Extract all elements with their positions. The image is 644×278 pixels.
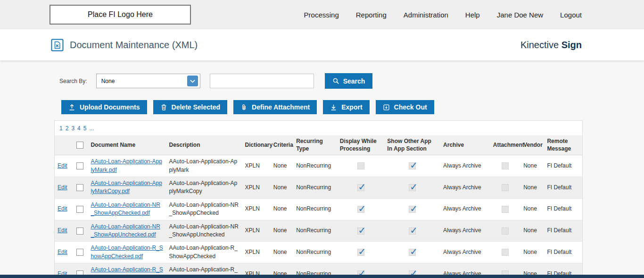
vendor-cell: None <box>520 177 544 198</box>
description-cell: AAuto-Loan-Application-NR_ShowAppChecked <box>166 198 242 220</box>
brand-secondary: Sign <box>561 40 582 50</box>
edit-link[interactable]: Edit <box>58 184 67 191</box>
show-other-app-checkbox[interactable] <box>409 184 416 191</box>
row-select-checkbox[interactable] <box>76 206 83 213</box>
row-select-checkbox[interactable] <box>76 162 83 169</box>
footer-bar <box>0 275 644 278</box>
fi-logo-text: Place FI Logo Here <box>88 10 153 19</box>
edit-link[interactable]: Edit <box>58 227 67 234</box>
document-name-link[interactable]: AAuto-Loan-Application-NR_ShowAppUncheck… <box>91 223 160 238</box>
page-link-3[interactable]: 3 <box>71 125 74 132</box>
delete-selected-button[interactable]: Delete Selected <box>153 100 228 114</box>
display-while-processing-checkbox[interactable] <box>357 227 364 235</box>
attachment-checkbox[interactable] <box>502 249 509 256</box>
vendor-cell: None <box>520 220 544 242</box>
button-label: Upload Documents <box>80 103 140 111</box>
recurring-type-cell: NonRecurring <box>293 242 337 263</box>
nav-administration[interactable]: Administration <box>404 11 448 19</box>
page-link-2[interactable]: 2 <box>66 125 69 132</box>
column-header-recurring-type: Recurring Type <box>293 135 337 155</box>
display-while-processing-checkbox[interactable] <box>357 162 364 169</box>
dictionary-cell: XPLN <box>242 155 270 177</box>
nav-processing[interactable]: Processing <box>304 11 339 19</box>
upload-documents-button[interactable]: Upload Documents <box>61 100 147 114</box>
document-table-body: Edit AAuto-Loan-Application-ApplyMark.pd… <box>55 155 582 278</box>
edit-link[interactable]: Edit <box>58 205 67 212</box>
show-other-app-checkbox[interactable] <box>409 227 416 235</box>
button-label: Check Out <box>394 103 427 111</box>
column-header-dictionary: Dictionary <box>242 135 270 155</box>
description-cell: AAuto-Loan-Application-NR_ShowAppUncheck… <box>166 220 242 242</box>
attachment-checkbox[interactable] <box>502 227 509 235</box>
document-name-link[interactable]: AAuto-Loan-Application-R_ShowAppChecked.… <box>91 244 163 259</box>
dictionary-cell: XPLN <box>242 198 270 220</box>
row-select-checkbox[interactable] <box>76 249 83 256</box>
document-name-link[interactable]: AAuto-Loan-Application-ApplyMarkCopy.pdf <box>91 180 162 194</box>
column-header-attachment: Attachment <box>490 135 520 155</box>
row-select-checkbox[interactable] <box>76 184 83 191</box>
dictionary-cell: XPLN <box>242 220 270 242</box>
nav-help[interactable]: Help <box>465 11 480 19</box>
archive-cell: Always Archive <box>440 242 490 263</box>
edit-link[interactable]: Edit <box>58 162 67 169</box>
display-while-processing-checkbox[interactable] <box>357 184 364 191</box>
chevron-down-icon <box>187 76 198 86</box>
document-table: Document Name Description Dictionary Cri… <box>55 135 582 278</box>
show-other-app-checkbox[interactable] <box>409 162 416 169</box>
page-link-1[interactable]: 1 <box>59 125 63 132</box>
search-input[interactable] <box>210 74 314 88</box>
column-header-show-other-app: Show Other App In App Section <box>384 135 440 155</box>
search-button[interactable]: Search <box>325 73 373 89</box>
attachment-checkbox[interactable] <box>502 162 509 169</box>
define-attachment-button[interactable]: Define Attachment <box>233 100 317 114</box>
top-nav: ProcessingReportingAdministrationHelpJan… <box>304 11 582 19</box>
brand-primary: Kinective <box>520 40 559 50</box>
dictionary-cell: XPLN <box>242 242 270 263</box>
edit-link[interactable]: Edit <box>58 249 67 255</box>
criteria-cell: None <box>271 242 293 263</box>
dropdown-selected-value: None <box>101 78 115 84</box>
search-by-dropdown[interactable]: None <box>96 74 200 88</box>
show-other-app-checkbox[interactable] <box>409 206 416 213</box>
remote-message-cell: FI Default <box>544 177 582 198</box>
document-name-link[interactable]: AAuto-Loan-Application-ApplyMark.pdf <box>91 158 162 173</box>
checkout-icon <box>383 104 390 111</box>
export-button[interactable]: Export <box>323 100 369 114</box>
display-while-processing-checkbox[interactable] <box>357 206 364 213</box>
title-group: Document Maintenance (XML) <box>51 39 198 51</box>
search-button-label: Search <box>343 77 365 85</box>
archive-cell: Always Archive <box>440 220 490 242</box>
search-by-label: Search By: <box>59 78 87 84</box>
brand-logo: Kinective Sign <box>520 40 582 51</box>
document-name-link[interactable]: AAuto-Loan-Application-NR_ShowAppChecked… <box>91 202 160 216</box>
vendor-cell: None <box>520 198 544 220</box>
page-link-5[interactable]: 5 <box>83 125 87 132</box>
table-header: Document Name Description Dictionary Cri… <box>55 135 582 155</box>
edit-column-header <box>55 135 74 155</box>
check-out-button[interactable]: Check Out <box>376 100 434 114</box>
attachment-checkbox[interactable] <box>502 184 509 191</box>
vendor-cell: None <box>520 242 544 263</box>
nav-jane-doe-new[interactable]: Jane Doe New <box>497 11 543 19</box>
export-icon <box>330 104 337 111</box>
paperclip-icon <box>240 104 248 111</box>
select-all-checkbox[interactable] <box>76 142 83 149</box>
action-toolbar: Upload DocumentsDelete SelectedDefine At… <box>61 100 644 114</box>
search-row: Search By: None Search <box>59 73 644 89</box>
page-link-4[interactable]: 4 <box>77 125 81 132</box>
attachment-checkbox[interactable] <box>502 206 509 213</box>
display-while-processing-checkbox[interactable] <box>357 249 364 256</box>
document-table-container: 12345... Document Name Description Dicti… <box>54 120 583 278</box>
remote-message-cell: FI Default <box>544 198 582 220</box>
nav-reporting[interactable]: Reporting <box>356 11 387 19</box>
nav-logout[interactable]: Logout <box>560 11 582 19</box>
criteria-cell: None <box>271 177 293 198</box>
dictionary-cell: XPLN <box>242 177 270 198</box>
column-header-archive: Archive <box>440 135 490 155</box>
show-other-app-checkbox[interactable] <box>409 249 416 256</box>
description-cell: AAuto-Loan-Application-ApplyMarkCopy <box>166 177 242 198</box>
button-label: Export <box>341 103 362 111</box>
archive-cell: Always Archive <box>440 177 490 198</box>
page-link-...[interactable]: ... <box>89 125 94 132</box>
row-select-checkbox[interactable] <box>76 227 83 235</box>
